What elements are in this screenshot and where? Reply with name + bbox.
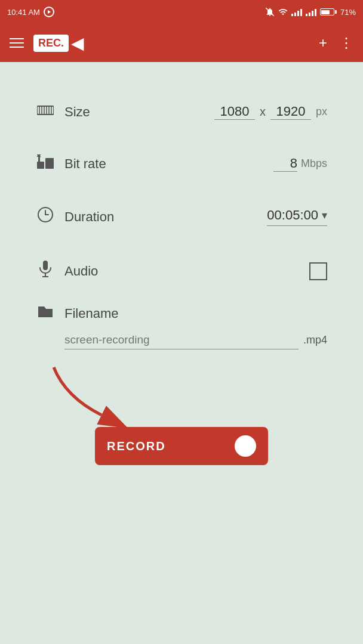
record-circle-icon <box>235 435 256 457</box>
notification-icon <box>265 7 275 17</box>
duration-dropdown[interactable]: 00:05:00 ▾ <box>267 208 327 226</box>
size-icon <box>36 103 55 121</box>
svg-rect-10 <box>45 158 54 169</box>
main-content: Size x px <box>0 62 363 477</box>
duration-setting-row: Duration 00:05:00 ▾ <box>36 190 327 244</box>
add-button[interactable]: + <box>319 35 327 51</box>
logo-text: REC. <box>38 37 64 49</box>
record-label: RECORD <box>107 439 166 453</box>
filename-section: Filename .mp4 <box>36 298 327 349</box>
record-button[interactable]: RECORD <box>95 427 268 465</box>
audio-icon <box>36 261 55 281</box>
record-section: RECORD <box>36 367 327 465</box>
audio-checkbox[interactable] <box>309 262 327 280</box>
duration-value: 00:05:00 <box>267 208 318 223</box>
filename-icon <box>36 304 55 323</box>
audio-text: Audio <box>64 264 98 279</box>
duration-icon <box>36 206 55 227</box>
bitrate-value: Mbps <box>273 156 327 172</box>
status-left: 10:41 AM <box>7 7 54 17</box>
duration-chevron-icon: ▾ <box>322 209 327 222</box>
signal-icon-2 <box>306 8 316 16</box>
battery-icon <box>320 8 337 16</box>
svg-rect-9 <box>37 162 44 169</box>
bitrate-text: Bit rate <box>64 156 106 172</box>
size-width-input[interactable] <box>214 104 255 120</box>
status-bar: 10:41 AM 71% <box>0 0 363 24</box>
size-text: Size <box>64 104 90 120</box>
size-x-separator: x <box>260 105 266 119</box>
wifi-icon <box>278 7 288 17</box>
svg-marker-0 <box>48 10 51 14</box>
duration-text: Duration <box>64 209 114 225</box>
bitrate-input[interactable] <box>273 156 297 172</box>
filename-input-row: .mp4 <box>36 331 327 349</box>
filename-label: Filename <box>36 304 327 323</box>
size-inputs: x px <box>214 104 327 120</box>
bitrate-setting-row: Bit rate Mbps <box>36 138 327 190</box>
filename-extension: .mp4 <box>303 334 327 346</box>
red-arrow-icon <box>48 361 131 427</box>
size-unit: px <box>316 106 327 118</box>
toolbar: REC. ◀ + ⋮ <box>0 24 363 62</box>
status-right: 71% <box>265 7 356 17</box>
bitrate-label: Bit rate <box>36 154 106 173</box>
svg-rect-17 <box>43 261 48 270</box>
audio-setting-row: Audio <box>36 244 327 298</box>
filename-text: Filename <box>64 306 118 321</box>
more-options-button[interactable]: ⋮ <box>339 35 353 51</box>
arrow-container <box>36 367 327 427</box>
toolbar-left: REC. ◀ <box>10 33 84 53</box>
logo-play-icon: ◀ <box>71 33 84 53</box>
logo: REC. ◀ <box>33 33 84 53</box>
duration-label: Duration <box>36 206 114 227</box>
bitrate-unit: Mbps <box>301 157 327 170</box>
play-status-icon <box>44 7 54 17</box>
logo-box: REC. <box>33 35 69 52</box>
filename-input[interactable] <box>64 331 299 349</box>
size-label: Size <box>36 103 90 121</box>
size-height-input[interactable] <box>270 104 311 120</box>
battery-percent: 71% <box>340 8 356 17</box>
bitrate-icon <box>36 154 55 173</box>
time-display: 10:41 AM <box>7 8 40 17</box>
menu-button[interactable] <box>10 38 24 48</box>
size-setting-row: Size x px <box>36 86 327 138</box>
settings-container: Size x px <box>36 86 327 349</box>
audio-label: Audio <box>36 261 98 281</box>
signal-icon-1 <box>291 8 302 16</box>
toolbar-right: + ⋮ <box>319 35 353 51</box>
